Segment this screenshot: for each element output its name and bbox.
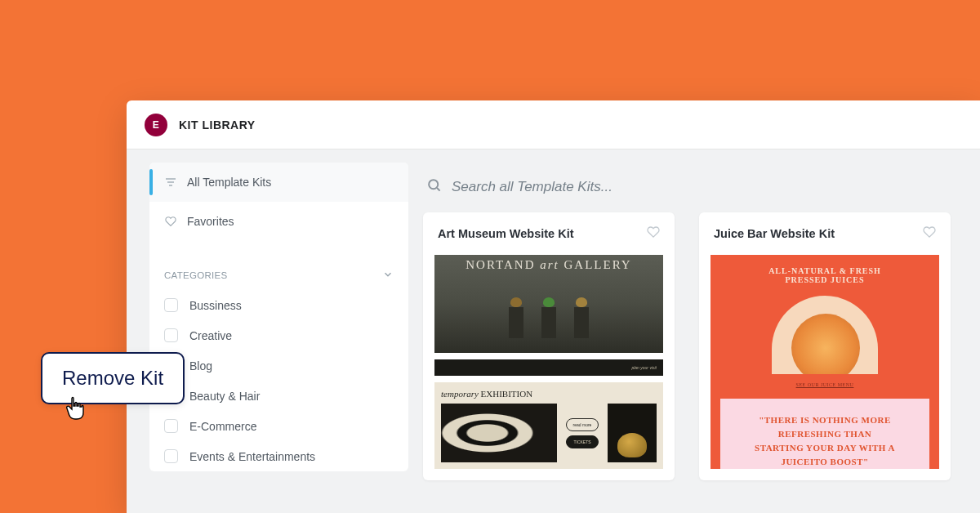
cards-grid: Art Museum Website Kit NORTAND art GAL: [423, 212, 980, 480]
museum-gallery: read more TICKETS: [434, 404, 663, 469]
kit-card-art-museum[interactable]: Art Museum Website Kit NORTAND art GAL: [423, 212, 675, 480]
page-title: KIT LIBRARY: [179, 118, 256, 132]
museum-lower: temporary EXHIBITION read more TICKETS: [434, 382, 663, 469]
svg-line-4: [437, 188, 440, 191]
quote-line: REFRESHING THAN: [730, 427, 920, 441]
category-item-ecommerce[interactable]: E-Commerce: [149, 411, 408, 441]
favorite-heart-icon[interactable]: [923, 225, 936, 242]
juice-image: [772, 296, 878, 374]
hero-title-part: NORTAND: [466, 258, 535, 271]
search-input[interactable]: [452, 179, 697, 195]
section-heading-label: CATEGORIES: [164, 270, 228, 280]
remove-kit-tooltip[interactable]: Remove Kit: [41, 352, 185, 404]
pot-icon: [617, 433, 647, 457]
filter-lines-icon: [164, 176, 177, 189]
pill-column: read more TICKETS: [562, 404, 603, 462]
category-label: Beauty & Hair: [189, 390, 260, 403]
museum-strip: plan your visit: [434, 359, 663, 376]
sidebar-tab-label: Favorites: [187, 215, 234, 228]
sidebar-tab-all-kits[interactable]: All Template Kits: [149, 163, 408, 202]
svg-point-3: [429, 180, 438, 189]
checkbox[interactable]: [164, 298, 178, 312]
content-area: Art Museum Website Kit NORTAND art GAL: [408, 149, 980, 513]
quote-line: "THERE IS NOTHING MORE: [730, 413, 920, 427]
card-preview: NORTAND art GALLERY: [423, 255, 675, 480]
chevron-down-icon: [382, 269, 394, 282]
card-preview: ALL-NATURAL & FRESH PRESSED JUICES SEE O…: [699, 255, 951, 480]
category-label: Creative: [189, 329, 232, 342]
checkbox[interactable]: [164, 449, 178, 463]
checkbox[interactable]: [164, 419, 178, 433]
pot-panel: [608, 404, 657, 462]
exh-title-part: EXHIBITION: [479, 389, 532, 399]
category-label: E-Commerce: [189, 420, 256, 433]
category-label: Bussiness: [189, 299, 242, 312]
juice-preview: ALL-NATURAL & FRESH PRESSED JUICES SEE O…: [710, 255, 939, 469]
category-label: Blog: [189, 359, 212, 372]
juice-menu-link: SEE OUR JUICE MENU: [796, 382, 854, 387]
elementor-logo: E: [145, 114, 167, 136]
sidebar-tab-favorites[interactable]: Favorites: [149, 202, 408, 241]
cursor-hand-icon: [65, 396, 87, 424]
vase-panel: [441, 404, 557, 462]
museum-hero-title: NORTAND art GALLERY: [439, 258, 658, 272]
pill-readmore: read more: [566, 418, 599, 431]
app-window: E KIT LIBRARY All Template Kits Favorite…: [127, 100, 980, 513]
card-header: Art Museum Website Kit: [423, 212, 675, 255]
orange-icon: [791, 314, 860, 374]
app-body: All Template Kits Favorites CATEGORIES: [127, 149, 980, 513]
hero-title-part: art: [540, 258, 559, 271]
checkbox[interactable]: [164, 328, 178, 342]
card-title: Juice Bar Website Kit: [714, 227, 835, 240]
search-icon: [426, 177, 442, 196]
pedestal-icon: [541, 307, 556, 338]
category-item-blog[interactable]: Blog: [149, 350, 408, 381]
juice-heading-line: ALL-NATURAL & FRESH: [768, 266, 881, 275]
search-bar: [423, 163, 980, 212]
pedestal-icon: [509, 307, 523, 338]
sidebar-panel: All Template Kits Favorites CATEGORIES: [149, 163, 408, 471]
juice-quote: "THERE IS NOTHING MORE REFRESHING THAN S…: [720, 399, 929, 469]
sidebar-tab-label: All Template Kits: [187, 176, 271, 189]
juice-heading: ALL-NATURAL & FRESH PRESSED JUICES: [768, 266, 881, 284]
pedestal-icon: [574, 307, 589, 338]
pill-tickets: TICKETS: [566, 435, 599, 448]
quote-line: STARTING YOUR DAY WITH A: [730, 441, 920, 455]
museum-preview: NORTAND art GALLERY: [434, 255, 663, 469]
strip-text: plan your visit: [631, 365, 657, 370]
category-item-creative[interactable]: Creative: [149, 320, 408, 350]
kit-card-juice-bar[interactable]: Juice Bar Website Kit ALL-NATURAL & FRES…: [699, 212, 951, 480]
sidebar: All Template Kits Favorites CATEGORIES: [127, 149, 408, 513]
juice-heading-line: PRESSED JUICES: [768, 275, 881, 284]
hero-title-part: GALLERY: [564, 258, 632, 271]
quote-line: JUICEITO BOOST": [730, 455, 920, 469]
category-item-business[interactable]: Bussiness: [149, 290, 408, 320]
museum-exhibition-title: temporary EXHIBITION: [434, 382, 663, 404]
remove-kit-label: Remove Kit: [62, 367, 163, 389]
card-header: Juice Bar Website Kit: [699, 212, 951, 255]
category-item-events[interactable]: Events & Entertainments: [149, 441, 408, 471]
exh-title-part: temporary: [441, 389, 479, 399]
category-item-beauty[interactable]: Beauty & Hair: [149, 381, 408, 411]
card-title: Art Museum Website Kit: [438, 227, 574, 240]
heart-icon: [164, 215, 177, 228]
museum-hero: NORTAND art GALLERY: [434, 255, 663, 353]
favorite-heart-icon[interactable]: [647, 225, 660, 242]
category-label: Events & Entertainments: [189, 450, 315, 463]
museum-hall: [434, 307, 663, 338]
categories-heading[interactable]: CATEGORIES: [149, 241, 408, 290]
app-header: E KIT LIBRARY: [127, 100, 980, 149]
